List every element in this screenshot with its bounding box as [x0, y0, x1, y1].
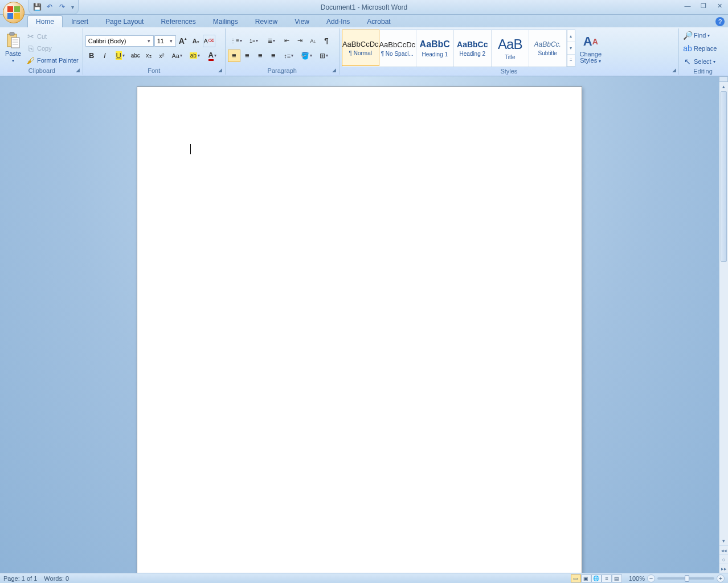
group-clipboard: Paste▾ ✂Cut ⎘Copy 🖌Format Painter Clipbo… [1, 28, 83, 75]
shading-button[interactable]: 🪣▾ [298, 50, 315, 62]
tab-review[interactable]: Review [247, 15, 286, 27]
highlight-button[interactable]: ab▾ [186, 50, 203, 62]
save-icon[interactable]: 💾 [32, 2, 42, 11]
status-bar: Page: 1 of 1 Words: 0 ▭ ▣ 🌐 ≡ ▤ 100% − + [0, 573, 728, 583]
group-label-paragraph: Paragraph [228, 67, 337, 75]
superscript-button[interactable]: x² [156, 50, 168, 62]
help-icon[interactable]: ? [715, 17, 725, 26]
browse-object-icon[interactable]: ○ [719, 555, 728, 564]
close-button[interactable]: ✕ [713, 1, 726, 10]
office-button[interactable] [3, 2, 24, 23]
cut-button[interactable]: ✂Cut [24, 31, 80, 42]
scroll-thumb[interactable] [721, 91, 727, 262]
zoom-percent[interactable]: 100% [629, 575, 645, 582]
bold-button[interactable]: B [85, 50, 98, 62]
justify-button[interactable]: ≡ [267, 50, 280, 62]
styles-launcher-icon[interactable]: ◢ [670, 67, 677, 73]
change-styles-button[interactable]: AA Change Styles ▾ [577, 32, 604, 65]
view-web-button[interactable]: 🌐 [591, 574, 602, 582]
undo-icon[interactable]: ↶ [45, 2, 54, 11]
align-left-button[interactable]: ≡ [228, 50, 240, 62]
font-color-button[interactable]: A▾ [204, 50, 221, 62]
group-label-editing: Editing [681, 67, 725, 75]
restore-button[interactable]: ❐ [697, 1, 710, 10]
font-size-input[interactable] [155, 36, 167, 46]
zoom-slider-thumb[interactable] [685, 575, 689, 582]
italic-button[interactable]: I [99, 50, 111, 62]
style-no-spacing[interactable]: AaBbCcDc¶ No Spaci... [379, 30, 416, 67]
status-page[interactable]: Page: 1 of 1 [3, 575, 37, 582]
status-words[interactable]: Words: 0 [44, 575, 69, 582]
strikethrough-button[interactable]: abc [129, 50, 142, 62]
replace-button[interactable]: abReplace [681, 43, 725, 54]
tab-view[interactable]: View [286, 15, 318, 27]
copy-button[interactable]: ⎘Copy [24, 43, 80, 54]
font-launcher-icon[interactable]: ◢ [217, 67, 224, 73]
borders-button[interactable]: ⊞▾ [316, 50, 333, 62]
qat-more-icon[interactable]: ▾ [70, 4, 75, 10]
view-print-layout-button[interactable]: ▭ [571, 574, 581, 582]
sort-button[interactable]: A↓ [307, 35, 320, 47]
font-name-combo[interactable]: ▾ [85, 35, 154, 47]
redo-icon[interactable]: ↷ [58, 2, 67, 11]
zoom-slider[interactable] [657, 577, 714, 580]
view-full-screen-button[interactable]: ▣ [581, 574, 591, 582]
paste-icon [5, 32, 22, 50]
paragraph-launcher-icon[interactable]: ◢ [331, 67, 338, 73]
grow-font-button[interactable]: A▴ [177, 35, 189, 47]
tab-add-ins[interactable]: Add-Ins [318, 15, 358, 27]
find-button[interactable]: 🔎Find ▾ [681, 30, 725, 41]
tab-insert[interactable]: Insert [63, 15, 97, 27]
document-area[interactable] [0, 76, 719, 573]
change-case-button[interactable]: Aa▾ [169, 50, 186, 62]
underline-button[interactable]: U▾ [112, 50, 129, 62]
tab-references[interactable]: References [152, 15, 204, 27]
gallery-down-icon[interactable]: ▾ [567, 42, 575, 54]
shrink-font-button[interactable]: A▾ [190, 35, 202, 47]
split-handle[interactable] [719, 76, 728, 82]
tab-home[interactable]: Home [27, 15, 63, 27]
view-outline-button[interactable]: ≡ [602, 574, 612, 582]
align-center-button[interactable]: ≡ [241, 50, 253, 62]
increase-indent-button[interactable]: ⇥ [294, 35, 306, 47]
style-heading-1[interactable]: AaBbCHeading 1 [416, 30, 454, 67]
view-draft-button[interactable]: ▤ [612, 574, 622, 582]
scroll-up-icon[interactable]: ▴ [719, 82, 728, 91]
document-page[interactable] [137, 87, 582, 573]
next-page-icon[interactable]: ▸▸ [719, 564, 728, 573]
gallery-more-icon[interactable]: ≡ [567, 55, 575, 67]
numbering-button[interactable]: 1≡▾ [246, 35, 263, 47]
align-right-button[interactable]: ≡ [254, 50, 267, 62]
tab-page-layout[interactable]: Page Layout [97, 15, 152, 27]
bullets-button[interactable]: ⋮≡▾ [228, 35, 245, 47]
chevron-down-icon[interactable]: ▾ [145, 38, 153, 44]
style-normal[interactable]: AaBbCcDc¶ Normal [342, 30, 379, 66]
paste-button[interactable]: Paste▾ [3, 30, 23, 67]
decrease-indent-button[interactable]: ⇤ [281, 35, 293, 47]
style-heading-2[interactable]: AaBbCcHeading 2 [454, 30, 492, 67]
format-painter-button[interactable]: 🖌Format Painter [24, 55, 80, 66]
font-name-input[interactable] [86, 36, 145, 46]
prev-page-icon[interactable]: ◂◂ [719, 545, 728, 555]
style-gallery: AaBbCcDc¶ Normal AaBbCcDc¶ No Spaci... A… [342, 30, 575, 67]
subscript-button[interactable]: x₂ [142, 50, 155, 62]
tab-acrobat[interactable]: Acrobat [358, 15, 399, 27]
font-size-combo[interactable]: ▾ [154, 35, 176, 47]
zoom-in-button[interactable]: + [717, 574, 725, 582]
tab-mailings[interactable]: Mailings [205, 15, 247, 27]
scroll-track[interactable] [719, 91, 728, 536]
multilevel-button[interactable]: ≣▾ [263, 35, 280, 47]
gallery-up-icon[interactable]: ▴ [567, 30, 575, 42]
zoom-out-button[interactable]: − [647, 574, 655, 582]
show-marks-button[interactable]: ¶ [320, 35, 333, 47]
clear-formatting-button[interactable]: A⌫ [203, 35, 215, 47]
scroll-down-icon[interactable]: ▾ [719, 536, 728, 545]
select-button[interactable]: ↖Select ▾ [681, 56, 725, 67]
minimize-button[interactable]: — [681, 1, 694, 10]
clipboard-launcher-icon[interactable]: ◢ [75, 67, 81, 73]
style-title[interactable]: AaBTitle [492, 30, 529, 67]
chevron-down-icon[interactable]: ▾ [167, 38, 175, 44]
group-styles: AaBbCcDc¶ Normal AaBbCcDc¶ No Spaci... A… [340, 28, 679, 75]
style-subtitle[interactable]: AaBbCc.Subtitle [529, 30, 567, 67]
line-spacing-button[interactable]: ↕≡▾ [280, 50, 297, 62]
